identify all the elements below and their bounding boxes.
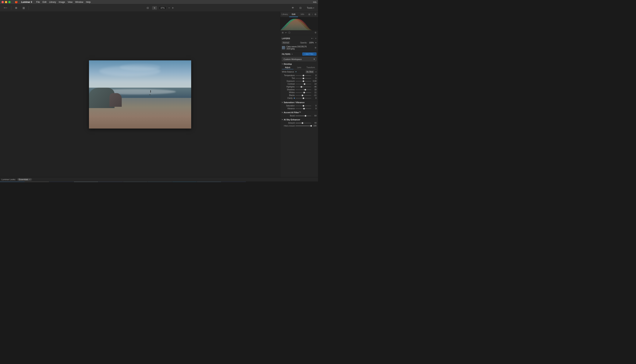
exposure-value: 0.00 bbox=[312, 80, 316, 82]
accent-ai-header[interactable]: ▾ Accent AI Filter™ bbox=[280, 110, 318, 114]
saturation-thumb[interactable] bbox=[303, 105, 304, 106]
menu-image[interactable]: Image bbox=[59, 1, 65, 4]
essentials-tab[interactable]: Essentials ✕ bbox=[17, 178, 32, 181]
contrast-slider[interactable] bbox=[296, 84, 311, 84]
panel-gear-icon[interactable]: ⚙ bbox=[314, 13, 316, 16]
menu-view[interactable]: View bbox=[68, 1, 72, 4]
zoom-level-display: 47% bbox=[159, 6, 166, 10]
nav-back-button[interactable]: ⟵ bbox=[2, 6, 9, 10]
info-menu-item[interactable]: Info bbox=[313, 1, 316, 3]
layers-minus-icon[interactable]: − bbox=[312, 37, 314, 40]
workspace-selector[interactable]: Custom Workspace ▾ bbox=[282, 57, 316, 61]
shadows-slider[interactable] bbox=[296, 90, 311, 90]
tab-info[interactable]: Info bbox=[298, 12, 307, 17]
tools-button[interactable]: Tools ▾ bbox=[305, 6, 316, 10]
blacks-thumb[interactable] bbox=[302, 95, 303, 96]
layer-settings-icon[interactable]: ⚙ bbox=[314, 46, 316, 49]
temperature-slider[interactable] bbox=[296, 75, 311, 76]
menu-file[interactable]: File bbox=[36, 1, 40, 4]
highlights-slider[interactable] bbox=[296, 87, 311, 87]
clarity-thumb[interactable] bbox=[303, 98, 304, 99]
tab-library[interactable]: Library bbox=[280, 12, 289, 17]
exposure-row: Exposure 0.00 bbox=[280, 80, 318, 82]
whites-slider[interactable] bbox=[296, 92, 311, 93]
add-filter-button[interactable]: + Add Filter... bbox=[302, 52, 316, 56]
wb-chevron-icon[interactable]: ▾ bbox=[316, 71, 316, 73]
saturation-value: 0 bbox=[312, 105, 316, 107]
info-small-icon[interactable]: ⓘ bbox=[288, 31, 290, 34]
essentials-close-icon[interactable]: ✕ bbox=[29, 178, 30, 180]
apple-menu[interactable]: 🍎 bbox=[15, 0, 18, 4]
zoom-in-button[interactable]: + bbox=[172, 6, 174, 10]
before-after-button[interactable]: 👁 bbox=[290, 6, 296, 10]
sub-tab-lens[interactable]: Lens bbox=[294, 66, 305, 69]
zoom-out-button[interactable]: − bbox=[168, 6, 170, 10]
whites-thumb[interactable] bbox=[304, 92, 305, 93]
film-item-soft-airy[interactable]: Soft&Airy bbox=[197, 182, 222, 182]
contrast-thumb[interactable] bbox=[304, 83, 305, 85]
boost-thumb[interactable] bbox=[305, 115, 306, 116]
sat-vib-header[interactable]: ▾ Saturation / Vibrance bbox=[280, 100, 318, 104]
menu-help[interactable]: Help bbox=[86, 1, 91, 4]
settings-small-icon[interactable]: ⚙ bbox=[314, 32, 316, 34]
film-item-haze-removal[interactable]: Haze Removal bbox=[74, 182, 98, 182]
vibrance-slider[interactable] bbox=[296, 108, 311, 109]
view-mode-button-2[interactable]: ▥ bbox=[21, 6, 26, 10]
sub-tab-adjust[interactable]: Adjust bbox=[282, 66, 294, 69]
panel-icon-2[interactable]: ↑ bbox=[312, 13, 313, 16]
menu-library[interactable]: Library bbox=[49, 1, 56, 4]
boost-slider[interactable] bbox=[296, 116, 311, 116]
film-item-sky-enhancer[interactable]: Sky Enhancer bbox=[172, 182, 197, 182]
develop-header[interactable]: ▾ Develop bbox=[280, 62, 318, 66]
exposure-thumb[interactable] bbox=[303, 80, 304, 82]
film-item-ai-image-enhancer[interactable]: Amount 100 ★ AI Image Enhancer bbox=[0, 182, 24, 182]
sub-tab-transform[interactable]: Transform bbox=[305, 66, 316, 69]
layer-thumbnail bbox=[282, 46, 285, 50]
fullscreen-button[interactable] bbox=[8, 1, 10, 3]
history-icon[interactable]: ↩ bbox=[285, 32, 287, 34]
film-item-contrast-enhancer[interactable]: Contrast Enhancer bbox=[49, 182, 74, 182]
panel-tabs: Library Edit Info ⊞ ↑ ⚙ bbox=[280, 12, 318, 17]
menu-edit[interactable]: Edit bbox=[42, 1, 46, 4]
view-mode-button[interactable]: ⊞ bbox=[14, 6, 19, 10]
film-item-mood-enhancer[interactable]: Mood Enhancer bbox=[98, 182, 123, 182]
clarity-slider[interactable] bbox=[296, 98, 311, 98]
temperature-row: Temperature 0 bbox=[280, 74, 318, 77]
blend-mode-selector[interactable]: Normal bbox=[282, 41, 290, 44]
vibrance-thumb[interactable] bbox=[303, 108, 305, 110]
close-button[interactable] bbox=[2, 1, 4, 3]
minimize-button[interactable] bbox=[5, 1, 7, 3]
saturation-slider[interactable] bbox=[296, 106, 311, 106]
menu-window[interactable]: Window bbox=[75, 1, 83, 4]
white-balance-value[interactable]: As Shot bbox=[306, 70, 314, 73]
layers-add-icon[interactable]: + bbox=[315, 37, 316, 40]
whites-row: Whites 11 bbox=[280, 91, 318, 94]
highlights-thumb[interactable] bbox=[300, 86, 302, 88]
ai-sky-filters-slider[interactable] bbox=[296, 126, 311, 126]
film-item-classic-bw[interactable]: Classic B&W bbox=[24, 182, 49, 182]
white-balance-picker-icon[interactable]: ✦ bbox=[295, 70, 297, 73]
compare-button[interactable]: ⧉ bbox=[152, 6, 157, 10]
temperature-thumb[interactable] bbox=[303, 75, 304, 76]
canvas-area[interactable] bbox=[0, 12, 280, 177]
film-item-super-sharp[interactable]: Super Sharp bbox=[222, 182, 246, 182]
ai-sky-header[interactable]: ▾ AI Sky Enhancer bbox=[280, 118, 318, 122]
fit-screen-button[interactable]: ⊡ bbox=[145, 6, 150, 10]
exposure-slider[interactable] bbox=[296, 81, 311, 82]
tint-slider[interactable] bbox=[296, 78, 311, 78]
ai-sky-amount-thumb[interactable] bbox=[302, 122, 303, 124]
film-item-portrait-enhancer[interactable]: Portrait Enhancer bbox=[123, 182, 148, 182]
ai-sky-amount-slider[interactable] bbox=[296, 123, 311, 123]
filters-title: FILTERS bbox=[282, 53, 292, 55]
tint-thumb[interactable] bbox=[303, 78, 304, 79]
layers-icon[interactable]: ⊞ bbox=[282, 32, 284, 34]
blacks-slider[interactable] bbox=[296, 95, 311, 96]
film-item-remove-color-cast[interactable]: Remove Color Cast bbox=[148, 182, 172, 182]
tab-edit[interactable]: Edit bbox=[289, 12, 298, 17]
opacity-chevron-icon[interactable]: ▾ bbox=[315, 42, 316, 44]
layer-item-1[interactable]: Cabo waves DSC05176 16x9.jpeg ⚙ bbox=[280, 45, 318, 50]
panel-icon-1[interactable]: ⊞ bbox=[308, 13, 310, 16]
ai-sky-filters-thumb[interactable] bbox=[310, 125, 312, 127]
crop-button[interactable]: ⊡ bbox=[298, 6, 303, 10]
shadows-thumb[interactable] bbox=[304, 89, 306, 90]
